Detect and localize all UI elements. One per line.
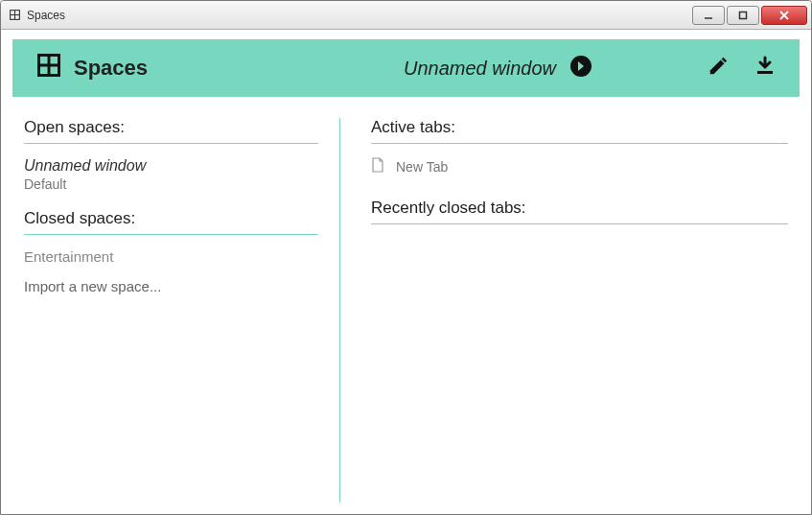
grid-icon bbox=[9, 9, 21, 21]
svg-rect-11 bbox=[757, 71, 773, 74]
recently-closed-heading: Recently closed tabs: bbox=[371, 199, 788, 224]
app-name: Spaces bbox=[74, 56, 148, 81]
closed-spaces-heading: Closed spaces: bbox=[24, 209, 318, 235]
window-controls bbox=[692, 6, 807, 25]
open-spaces-heading: Open spaces: bbox=[24, 118, 318, 144]
open-space-item[interactable]: Unnamed window Default bbox=[24, 157, 318, 192]
download-icon bbox=[754, 55, 777, 82]
app-window: Spaces Spaces bbox=[0, 0, 812, 515]
grid-icon bbox=[35, 52, 62, 84]
tabs-pane: Active tabs: New Tab Recently closed tab… bbox=[340, 118, 788, 503]
tab-item[interactable]: New Tab bbox=[371, 157, 788, 176]
current-window-name: Unnamed window bbox=[404, 58, 556, 80]
content-area: Spaces Unnamed window bbox=[1, 30, 811, 514]
active-tabs-heading: Active tabs: bbox=[371, 118, 788, 144]
window-title: Spaces bbox=[27, 9, 65, 22]
import-space-link[interactable]: Import a new space... bbox=[24, 278, 318, 294]
maximize-button[interactable] bbox=[727, 6, 759, 25]
minimize-button[interactable] bbox=[692, 6, 725, 25]
tab-title: New Tab bbox=[396, 159, 448, 175]
close-button[interactable] bbox=[761, 6, 807, 25]
current-window-switcher[interactable]: Unnamed window bbox=[404, 55, 592, 82]
file-icon bbox=[371, 157, 384, 176]
spaces-pane: Open spaces: Unnamed window Default Clos… bbox=[24, 118, 340, 503]
app-logo: Spaces bbox=[35, 52, 148, 84]
space-subtitle: Default bbox=[24, 176, 318, 192]
edit-button[interactable] bbox=[708, 56, 729, 81]
svg-rect-4 bbox=[740, 12, 747, 18]
space-name: Entertainment bbox=[24, 248, 113, 265]
titlebar[interactable]: Spaces bbox=[1, 1, 811, 30]
download-button[interactable] bbox=[754, 55, 777, 82]
pencil-icon bbox=[708, 56, 729, 81]
header-actions bbox=[708, 55, 777, 82]
closed-space-item[interactable]: Entertainment bbox=[24, 248, 318, 265]
arrow-right-circle-icon bbox=[569, 55, 592, 82]
app-header: Spaces Unnamed window bbox=[12, 39, 800, 97]
space-name: Unnamed window bbox=[24, 157, 318, 175]
main-panes: Open spaces: Unnamed window Default Clos… bbox=[12, 97, 800, 503]
